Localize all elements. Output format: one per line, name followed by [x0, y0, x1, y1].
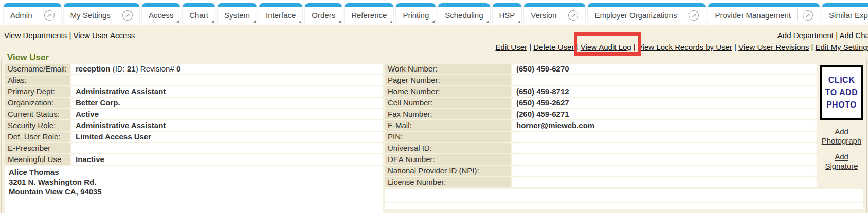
user-form: Alice Thomas3201 N. Washington Rd.Mounta… [5, 64, 863, 213]
tab-label: Admin [10, 7, 32, 24]
field-value [512, 143, 817, 153]
tab-divider [683, 9, 683, 21]
link-separator: | [631, 43, 638, 51]
address-block: Alice Thomas3201 N. Washington Rd.Mounta… [5, 166, 383, 213]
link-edit-my-settings[interactable]: Edit My Settings [816, 43, 868, 51]
field-value-text: Inactive [76, 155, 104, 164]
tab-label: Access [149, 7, 173, 24]
link-separator: | [67, 31, 73, 40]
field-label: Fax Number: [385, 109, 511, 119]
field-value: (650) 459-2627 [512, 98, 817, 108]
tab-orders[interactable]: Orders [305, 3, 342, 24]
field-value [512, 154, 817, 165]
photo-placeholder-text: PHOTO [826, 99, 857, 111]
field-value-text: (650) 459-2627 [516, 98, 569, 107]
form-row: Home Number:(650) 459-8712 [385, 86, 817, 97]
link-add-signature[interactable]: Add Signature [820, 152, 863, 171]
tab-my-settings[interactable]: My Settings↗ [64, 3, 139, 24]
field-value-text: ) Revision# [136, 64, 176, 73]
link-separator: | [574, 43, 580, 51]
tab-printing[interactable]: Printing [396, 3, 436, 24]
tab-employer-organizations[interactable]: Employer Organizations↗ [588, 3, 706, 24]
tab-scheduling[interactable]: Scheduling [438, 3, 490, 24]
link-separator: | [834, 31, 839, 40]
tab-reference[interactable]: Reference [345, 3, 393, 24]
field-label: Alias: [5, 75, 70, 85]
link-add-department[interactable]: Add Department [777, 31, 834, 40]
tab-label: Similar Exposure Groups (SEGs) [829, 7, 868, 24]
nav-row-top: View Departments | View User Access Add … [0, 25, 868, 40]
tab-chart[interactable]: Chart [183, 3, 215, 24]
field-value: Limited Access User [71, 132, 383, 142]
tab-divider [117, 9, 117, 21]
tab-label: Scheduling [445, 7, 483, 24]
tab-label: Orders [312, 7, 335, 24]
field-value-text: (650) 459-8712 [516, 87, 569, 96]
tab-admin[interactable]: Admin↗ [4, 3, 61, 24]
tab-bar: Admin↗My Settings↗AccessChartSystemInter… [0, 0, 868, 25]
link-delete-user[interactable]: Delete User [533, 43, 574, 51]
field-value-text: Active [76, 110, 99, 118]
empty-row [385, 203, 863, 209]
tab-similar-exposure-groups-segs[interactable]: Similar Exposure Groups (SEGs)↗ [822, 3, 868, 24]
link-edit-user[interactable]: Edit User [495, 43, 527, 51]
link-view-departments[interactable]: View Departments [4, 31, 67, 40]
tab-system[interactable]: System [218, 3, 257, 24]
field-label: License Number: [385, 177, 511, 187]
highlighted-link-wrap: View Audit Log [581, 43, 631, 51]
dropdown-corner-icon [518, 20, 520, 23]
add-photo-placeholder[interactable]: CLICKTO ADDPHOTO [820, 65, 863, 120]
dropdown-corner-icon [338, 20, 341, 23]
form-row: National Provider ID (NPI): [385, 166, 817, 176]
page-content: View Departments | View User Access Add … [0, 25, 868, 213]
link-view-user-access[interactable]: View User Access [74, 31, 135, 40]
field-label: Primary Dept: [5, 86, 70, 97]
field-value-text: reception [76, 64, 111, 73]
field-value-text: Administrative Assistant [76, 121, 166, 130]
tab-label: Reference [351, 7, 387, 24]
field-label: PIN: [385, 132, 511, 142]
field-value [512, 75, 817, 85]
field-value [512, 166, 817, 176]
form-row: Def. User Role:Limited Access User [5, 132, 383, 142]
user-form-left-column: Alice Thomas3201 N. Washington Rd.Mounta… [5, 64, 383, 213]
field-label: Pager Number: [385, 75, 511, 85]
tab-version[interactable]: Version↗ [524, 3, 585, 24]
field-value: (260) 459-6271 [512, 109, 817, 119]
tab-divider [797, 9, 798, 21]
field-label: Meaningful Use [5, 154, 70, 165]
photo-placeholder-text: TO ADD [825, 86, 858, 99]
tab-provider-management[interactable]: Provider Management↗ [708, 3, 820, 24]
link-add-photograph[interactable]: Add Photograph [820, 127, 863, 146]
dropdown-corner-icon [432, 20, 435, 23]
field-value [512, 177, 817, 187]
form-row: Fax Number:(260) 459-6271 [385, 109, 817, 119]
empty-row [385, 189, 863, 202]
user-form-right-column: Work Number:(650) 459-6270Pager Number:H… [385, 64, 817, 213]
form-row: Universal ID: [385, 143, 817, 153]
tab-label: Provider Management [715, 7, 791, 24]
field-value: Active [71, 109, 383, 119]
external-link-icon: ↗ [568, 10, 578, 21]
link-view-audit-log[interactable]: View Audit Log [581, 43, 631, 51]
form-row: Current Status:Active [5, 109, 383, 119]
field-label: Security Role: [5, 120, 70, 131]
tab-hsp[interactable]: HSP [493, 3, 522, 24]
address-line: Alice Thomas [9, 167, 378, 177]
link-view-lock-records-by-user[interactable]: View Lock Records by User [638, 43, 732, 51]
tab-access[interactable]: Access [142, 3, 180, 24]
external-link-icon: ↗ [44, 10, 55, 21]
field-value [512, 132, 817, 142]
link-view-user-revisions[interactable]: View User Revisions [738, 43, 809, 51]
field-label: Def. User Role: [5, 132, 70, 142]
tab-label: Chart [189, 7, 208, 24]
link-separator: | [732, 43, 738, 51]
field-label: DEA Number: [385, 154, 511, 165]
field-value-text: Better Corp. [76, 98, 120, 107]
field-label: E-Mail: [385, 120, 511, 131]
link-add-chart[interactable]: Add Chart [839, 31, 868, 40]
page-title: View User [5, 52, 51, 63]
photo-placeholder-text: CLICK [828, 74, 855, 86]
tab-interface[interactable]: Interface [259, 3, 302, 24]
address-line: Mountain View CA, 94035 [9, 187, 378, 197]
